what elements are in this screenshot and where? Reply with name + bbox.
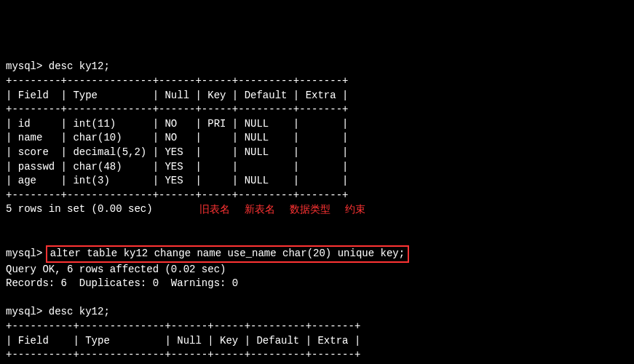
table1-row-4: | age | int(3) | YES | | NULL | | — [6, 175, 348, 186]
table1-border-top: +--------+--------------+------+-----+--… — [6, 75, 348, 87]
table1-border-bottom: +--------+--------------+------+-----+--… — [6, 189, 348, 201]
annotation-constraint: 约束 — [345, 203, 365, 215]
table2-border-mid: +----------+--------------+------+-----+… — [6, 349, 360, 360]
result-annotation-row: 5 rows in set (0.00 sec)旧表名新表名数据类型约束 — [6, 202, 628, 217]
table1-border-mid: +--------+--------------+------+-----+--… — [6, 103, 348, 115]
annotation-new-name: 新表名 — [245, 203, 275, 215]
table1-header: | Field | Type | Null | Key | Default | … — [6, 90, 348, 101]
table2-border-top: +----------+--------------+------+-----+… — [6, 320, 360, 332]
table1-row-1: | name | char(10) | NO | | NULL | | — [6, 132, 348, 143]
alter-command-highlighted: alter table ky12 change name use_name ch… — [46, 245, 409, 263]
terminal-output: mysql> desc ky12; +--------+------------… — [6, 60, 628, 364]
table1-row-3: | passwd | char(48) | YES | | | | — [6, 161, 348, 173]
prompt-line-3: mysql> desc ky12; — [6, 306, 110, 317]
table1-row-0: | id | int(11) | NO | PRI | NULL | | — [6, 118, 348, 130]
red-annotations: 旧表名新表名数据类型约束 — [199, 202, 380, 217]
result-1: 5 rows in set (0.00 sec) — [6, 203, 153, 215]
table1-row-2: | score | decimal(5,2) | YES | | NULL | … — [6, 146, 348, 158]
table2-header: | Field | Type | Null | Key | Default | … — [6, 335, 360, 347]
records-line: Records: 6 Duplicates: 0 Warnings: 0 — [6, 277, 238, 289]
query-ok-line: Query OK, 6 rows affected (0.02 sec) — [6, 264, 226, 275]
annotation-old-name: 旧表名 — [199, 203, 230, 215]
prompt-prefix-2: mysql> — [6, 248, 49, 259]
prompt-line-1: mysql> desc ky12; — [6, 60, 110, 72]
annotation-data-type: 数据类型 — [290, 203, 330, 215]
